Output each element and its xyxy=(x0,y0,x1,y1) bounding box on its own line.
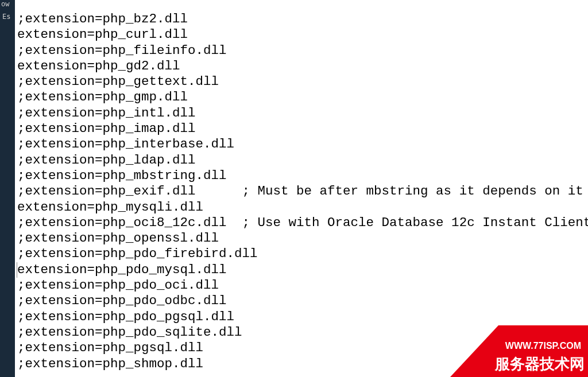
code-line[interactable]: ;extension=php_gettext.dll xyxy=(17,74,588,90)
gutter-fragment-2: Es xyxy=(2,13,10,21)
code-editor[interactable]: ;extension=php_bz2.dllextension=php_curl… xyxy=(15,0,588,377)
code-line[interactable]: ;extension=php_ldap.dll xyxy=(17,153,588,168)
code-line[interactable]: ;extension=php_mbstring.dll xyxy=(17,168,588,184)
code-line[interactable]: ;extension=php_pdo_firebird.dll xyxy=(17,246,588,262)
code-line[interactable]: extension=php_pdo_mysql.dll xyxy=(17,262,588,278)
editor-gutter: ow Es xyxy=(0,0,15,377)
code-line[interactable]: ;extension=php_pdo_pgsql.dll xyxy=(17,309,588,325)
code-line[interactable]: ;extension=php_gmp.dll xyxy=(17,90,588,105)
code-line[interactable]: ;extension=php_openssl.dll xyxy=(17,231,588,246)
code-line[interactable]: ;extension=php_oci8_12c.dll ; Use with O… xyxy=(17,215,588,231)
watermark-url: WWW.77ISP.COM xyxy=(505,341,581,351)
code-line[interactable]: ;extension=php_imap.dll xyxy=(17,121,588,137)
code-line[interactable]: ;extension=php_bz2.dll xyxy=(17,11,588,27)
code-line[interactable]: ;extension=php_pdo_odbc.dll xyxy=(17,293,588,309)
gutter-fragment-1: ow xyxy=(1,0,9,8)
code-line[interactable]: extension=php_mysqli.dll xyxy=(17,200,588,215)
watermark-title: 服务器技术网 xyxy=(495,354,585,374)
code-line[interactable]: ;extension=php_pdo_oci.dll xyxy=(17,278,588,293)
code-line[interactable]: extension=php_gd2.dll xyxy=(17,59,588,74)
code-line[interactable]: ;extension=php_exif.dll ; Must be after … xyxy=(17,184,588,199)
code-line[interactable]: ;extension=php_intl.dll xyxy=(17,106,588,121)
code-line[interactable]: extension=php_curl.dll xyxy=(17,27,588,42)
code-line[interactable]: ;extension=php_fileinfo.dll xyxy=(17,43,588,59)
code-line[interactable]: ;extension=php_interbase.dll xyxy=(17,137,588,152)
